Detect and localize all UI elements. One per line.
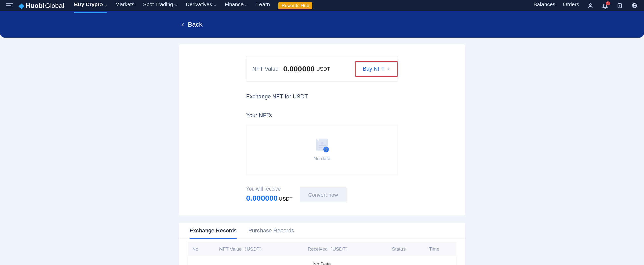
notification-badge: 1 — [606, 1, 610, 5]
nav-label: Learn — [256, 1, 270, 7]
records-card: Exchange Records Purchase Records No. NF… — [179, 223, 465, 265]
exchange-card: NFT Value: 0.000000 USDT Buy NFT Exchang… — [179, 44, 465, 216]
nav-label: Derivatives — [186, 1, 212, 7]
nav-spot-trading[interactable]: Spot Trading⌵ — [143, 1, 177, 10]
nav-label: Buy Crypto — [74, 1, 103, 7]
logo[interactable]: ◆ HuobiGlobal — [19, 2, 64, 10]
table-empty: No Data — [188, 256, 456, 265]
nav-derivatives[interactable]: Derivatives⌵ — [186, 1, 216, 10]
rewards-hub-button[interactable]: Rewards Hub — [278, 2, 312, 9]
your-nfts-empty: ◆ ! No data — [246, 125, 398, 175]
chevron-left-icon — [180, 22, 185, 27]
nav-buy-crypto[interactable]: Buy Crypto⌵ — [74, 1, 107, 10]
col-no: No. — [188, 242, 215, 256]
bell-icon[interactable]: 1 — [601, 2, 609, 9]
receive-row: You will receive 0.000000USDT Convert no… — [246, 186, 398, 202]
download-app-icon[interactable] — [616, 2, 623, 9]
nav-label: Markets — [115, 1, 134, 7]
chevron-down-icon: ⌵ — [175, 3, 177, 7]
records-table: No. NFT Value（USDT） Received（USDT） Statu… — [188, 242, 456, 265]
tab-purchase-records[interactable]: Purchase Records — [248, 227, 294, 238]
nav-orders[interactable]: Orders — [563, 1, 579, 10]
info-icon: ! — [323, 147, 329, 152]
empty-text: No data — [314, 156, 331, 161]
tab-exchange-records[interactable]: Exchange Records — [190, 227, 237, 238]
exchange-heading: Exchange NFT for USDT — [246, 93, 398, 100]
nav-balances[interactable]: Balances — [533, 1, 555, 10]
globe-icon[interactable] — [631, 2, 638, 9]
records-table-wrap: No. NFT Value（USDT） Received（USDT） Statu… — [179, 239, 465, 265]
chevron-down-icon: ⌵ — [245, 3, 248, 7]
nft-value-unit: USDT — [316, 66, 330, 72]
nav-label: Finance — [225, 1, 244, 7]
right-nav: Balances Orders 1 — [533, 1, 638, 10]
menu-icon[interactable] — [6, 3, 13, 8]
nav-learn[interactable]: Learn — [256, 1, 270, 10]
nav-items: Buy Crypto⌵ Markets Spot Trading⌵ Deriva… — [74, 1, 312, 10]
col-time: Time — [424, 242, 456, 256]
receive-amount-unit: USDT — [279, 196, 292, 202]
nav-markets[interactable]: Markets — [115, 1, 134, 10]
chevron-down-icon: ⌵ — [214, 3, 216, 7]
buy-nft-button[interactable]: Buy NFT — [355, 61, 398, 77]
col-received: Received（USDT） — [303, 242, 387, 256]
chevron-right-icon — [387, 67, 391, 71]
hero-band: Back — [0, 11, 644, 38]
col-nft-value: NFT Value（USDT） — [215, 242, 303, 256]
receive-amount-number: 0.000000 — [246, 194, 278, 202]
receive-label: You will receive — [246, 186, 293, 192]
nav-finance[interactable]: Finance⌵ — [225, 1, 248, 10]
back-button[interactable]: Back — [180, 21, 203, 28]
nft-value-bar: NFT Value: 0.000000 USDT Buy NFT — [246, 56, 398, 82]
back-label: Back — [188, 21, 203, 28]
svg-point-0 — [589, 4, 591, 6]
brand-name-1: Huobi — [26, 2, 45, 10]
col-status: Status — [387, 242, 424, 256]
nav-label: Spot Trading — [143, 1, 173, 7]
empty-illustration: ◆ ! — [314, 139, 330, 153]
nft-value-label: NFT Value: — [252, 66, 280, 72]
flame-icon: ◆ — [19, 2, 24, 10]
profile-icon[interactable] — [587, 2, 594, 9]
convert-button[interactable]: Convert now — [300, 187, 347, 202]
records-tabs: Exchange Records Purchase Records — [179, 223, 465, 239]
page: NFT Value: 0.000000 USDT Buy NFT Exchang… — [0, 38, 644, 265]
chevron-down-icon: ⌵ — [104, 3, 107, 7]
brand-name-2: Global — [45, 2, 64, 10]
your-nfts-heading: Your NFTs — [246, 112, 398, 119]
top-nav: ◆ HuobiGlobal Buy Crypto⌵ Markets Spot T… — [0, 0, 644, 11]
buy-nft-label: Buy NFT — [363, 66, 385, 72]
receive-amount: 0.000000USDT — [246, 194, 293, 202]
nft-value-amount: 0.000000 — [283, 65, 315, 73]
